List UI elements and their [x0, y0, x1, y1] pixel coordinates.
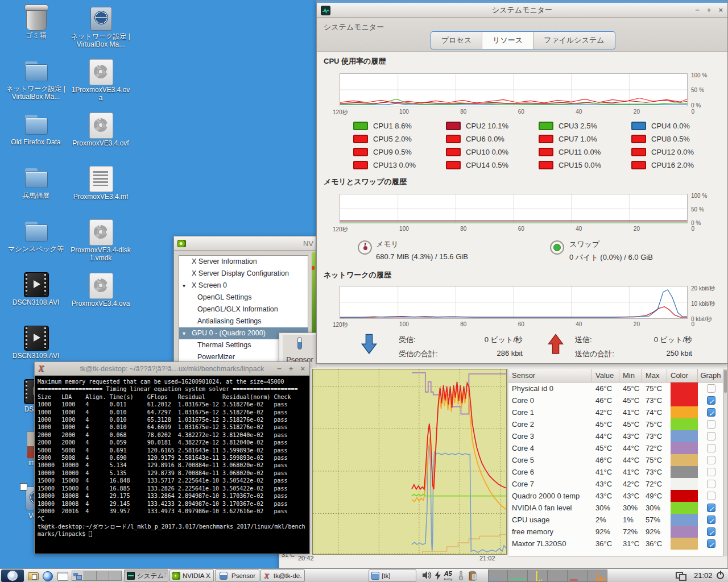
- sensor-color-swatch[interactable]: [671, 526, 698, 538]
- sensor-row[interactable]: CPU usage 2% 1% 57%: [508, 514, 724, 526]
- sensor-color-swatch[interactable]: [671, 478, 698, 490]
- sensor-color-swatch[interactable]: [671, 514, 698, 526]
- graph-checkbox[interactable]: [707, 432, 715, 440]
- sysmon-titlebar[interactable]: システムモニター − + ×: [317, 1, 727, 18]
- nvidia-tree-item[interactable]: OpenGL Settings: [179, 292, 308, 304]
- input-method-icon[interactable]: A5 Anthy: [444, 571, 452, 582]
- psensor-table-header[interactable]: Sensor Value Min Max Color Graph: [508, 369, 724, 383]
- psensor-scrollbar[interactable]: [723, 369, 727, 556]
- sensor-row[interactable]: Core 1 42°C 41°C 74°C: [508, 406, 724, 418]
- applications-menu-button[interactable]: [1, 569, 24, 582]
- desktop-icon[interactable]: ゴミ箱: [6, 3, 66, 57]
- terminal-launcher[interactable]: [56, 569, 69, 582]
- sensor-color-swatch[interactable]: [671, 383, 698, 394]
- close-button[interactable]: ×: [718, 6, 723, 14]
- desktop-icon[interactable]: ネットワーク設定 | VirtualBox Ma...: [71, 5, 131, 58]
- graph-checkbox[interactable]: [707, 504, 715, 512]
- desktop-icon[interactable]: ネットワーク設定 | VirtualBox Ma...: [6, 57, 66, 110]
- graph-checkbox[interactable]: [707, 539, 715, 548]
- graph-checkbox[interactable]: [707, 527, 715, 536]
- sysmon-tab[interactable]: リソース: [482, 32, 533, 49]
- web-browser-launcher[interactable]: [41, 569, 55, 582]
- power-button-icon[interactable]: [717, 572, 724, 579]
- desktop-icon[interactable]: Old Firefox Data: [6, 110, 66, 164]
- sensor-row[interactable]: Physical id 0 46°C 45°C 75°C: [508, 383, 724, 394]
- desktop-icon[interactable]: ProxmoxVE3.4-disk1.vmdk: [71, 218, 131, 272]
- workspace-switcher[interactable]: [72, 571, 122, 581]
- workspace-2[interactable]: [84, 571, 97, 581]
- sensor-row[interactable]: Core 6 41°C 41°C 73°C: [508, 466, 724, 478]
- desktop-icon[interactable]: 兵馬俑展: [6, 164, 66, 217]
- sensor-color-swatch[interactable]: [671, 490, 698, 502]
- task-button[interactable]: システムモ...: [124, 569, 168, 582]
- graph-checkbox[interactable]: [707, 384, 715, 393]
- graph-checkbox[interactable]: [707, 468, 715, 476]
- column-sensor[interactable]: Sensor: [508, 369, 592, 382]
- graph-checkbox[interactable]: [707, 408, 715, 417]
- nvidia-tree-item[interactable]: X Server Display Configuration: [179, 268, 308, 280]
- sensor-row[interactable]: free memory 92% 72% 92%: [508, 526, 724, 538]
- minimize-button[interactable]: −: [277, 364, 282, 373]
- close-button[interactable]: ×: [300, 364, 305, 373]
- graph-applet[interactable]: [548, 569, 568, 582]
- workspace-3[interactable]: [97, 571, 109, 581]
- sensor-color-swatch[interactable]: [671, 466, 698, 478]
- window-layout-icon[interactable]: [676, 572, 686, 580]
- nvidia-tree-item[interactable]: OpenGL/GLX Information: [179, 304, 308, 315]
- sensor-row[interactable]: Core 4 45°C 44°C 72°C: [508, 442, 724, 454]
- sensor-row[interactable]: NVIDIA 0 fan level 30% 30% 30%: [508, 502, 724, 514]
- sensor-color-swatch[interactable]: [671, 442, 698, 454]
- graph-checkbox[interactable]: [707, 492, 715, 500]
- sysmon-tab[interactable]: ファイルシステム: [533, 32, 614, 49]
- column-min[interactable]: Min: [619, 369, 642, 382]
- graph-checkbox[interactable]: [707, 444, 715, 452]
- desktop-icon[interactable]: ProxmoxVE3.4.mf: [71, 165, 131, 218]
- task-button-tk[interactable]: [tk]: [369, 569, 416, 582]
- sensor-color-swatch[interactable]: [671, 538, 698, 550]
- desktop-icon[interactable]: DSCN3108.AVI: [6, 271, 66, 324]
- graph-checkbox[interactable]: [707, 480, 715, 488]
- desktop-icon[interactable]: マシンスペック等: [6, 217, 66, 271]
- terminal-body[interactable]: Maximum memory requested that can be use…: [35, 376, 309, 554]
- terminal-titlebar[interactable]: X tk@tk-desktop: ~/ã??ã?¦ã?³ã…ux/mkl/ben…: [35, 362, 309, 376]
- nvidia-tree-item[interactable]: Antialiasing Settings: [179, 315, 308, 327]
- sensor-color-swatch[interactable]: [671, 430, 698, 442]
- sensor-color-swatch[interactable]: [671, 394, 698, 406]
- maximize-button[interactable]: +: [289, 364, 293, 373]
- sensor-color-swatch[interactable]: [671, 406, 698, 418]
- volume-icon[interactable]: [422, 571, 432, 580]
- column-graph[interactable]: Graph: [698, 369, 724, 382]
- sysmon-app-menu[interactable]: システムモニター: [324, 22, 384, 32]
- sensor-row[interactable]: Core 3 44°C 43°C 73°C: [508, 430, 724, 442]
- disk-graph-applet[interactable]: [588, 569, 607, 582]
- clock[interactable]: 21:02: [694, 569, 713, 582]
- nvidia-titlebar[interactable]: NV: [174, 236, 316, 251]
- file-manager-launcher[interactable]: [26, 569, 40, 582]
- network-graph-applet[interactable]: [488, 569, 508, 582]
- column-color[interactable]: Color: [667, 369, 698, 382]
- clipboard-icon[interactable]: [469, 571, 477, 581]
- sensor-color-swatch[interactable]: [671, 454, 698, 466]
- task-button[interactable]: tk@tk-de...: [260, 569, 305, 582]
- sensor-color-swatch[interactable]: [671, 418, 698, 430]
- sensor-row[interactable]: Core 7 43°C 42°C 72°C: [508, 478, 724, 490]
- workspace-1[interactable]: [72, 571, 84, 581]
- graph-checkbox[interactable]: [707, 420, 715, 429]
- task-button[interactable]: NVIDIA X...: [169, 569, 214, 582]
- graph-checkbox[interactable]: [707, 396, 715, 405]
- maximize-button[interactable]: +: [707, 6, 712, 14]
- sensor-row[interactable]: Core 2 45°C 45°C 75°C: [508, 418, 724, 430]
- desktop-icon[interactable]: ProxmoxVE3.4.ovf: [71, 111, 131, 165]
- cpu-graph-applet[interactable]: [528, 569, 548, 582]
- minimize-button[interactable]: −: [695, 6, 700, 14]
- column-value[interactable]: Value: [592, 369, 619, 382]
- nvidia-tree-item[interactable]: X Screen 0: [179, 280, 308, 292]
- sensor-row[interactable]: Quadro 2000 0 temp 43°C 43°C 49°C: [508, 490, 724, 502]
- sensor-row[interactable]: Maxtor 7L320S0 36°C 31°C 36°C: [508, 538, 724, 550]
- task-button[interactable]: Psensor - ...: [215, 569, 259, 582]
- net-graph-applet[interactable]: [508, 569, 528, 582]
- sensors-tray-icon[interactable]: [458, 571, 464, 580]
- graph-checkbox[interactable]: [707, 516, 715, 524]
- graph-checkbox[interactable]: [707, 456, 715, 464]
- sensor-row[interactable]: Core 0 46°C 45°C 73°C: [508, 394, 724, 406]
